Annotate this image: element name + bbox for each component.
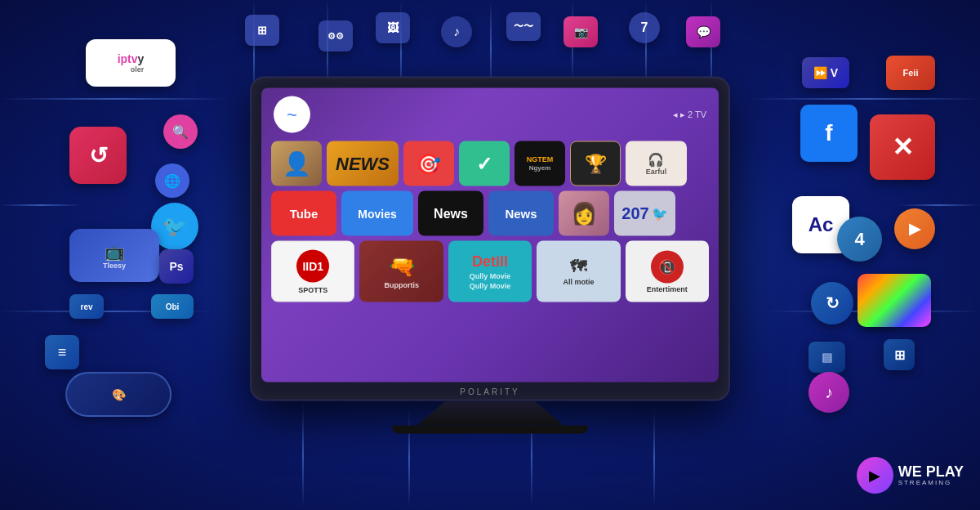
tv-screen: ~ ◂ ▸ 2 TV 👤 NEWS 🎯 (261, 88, 719, 382)
tv-stand (416, 401, 564, 426)
rotation-icon-right: ↻ (811, 282, 853, 324)
settings-top-icon: ⚙⚙ (318, 20, 353, 51)
facebook-icon-right: f (800, 105, 858, 162)
num7-top-icon: 7 (629, 12, 660, 43)
app-row-3: IID1 SPOTTS 🔫 Bupportis Detill Qully Mov… (271, 241, 709, 302)
tile-news-black[interactable]: News (418, 191, 483, 236)
tile-movies[interactable]: Movies (341, 191, 413, 236)
app-grid: 👤 NEWS 🎯 ✓ NGTEM Ngyem (261, 137, 719, 309)
waves-top-icon: 〜〜 (506, 12, 541, 41)
tile-entertiment[interactable]: 📵 Entertiment (626, 241, 709, 302)
tile-spotts[interactable]: IID1 SPOTTS (271, 241, 354, 302)
tile-allmotie[interactable]: 🗺 All motie (537, 241, 620, 302)
tile-person2[interactable]: 👩 (559, 191, 609, 236)
reload-icon-left: ↺ (69, 127, 127, 184)
globe-icon-left: 🌐 (155, 163, 189, 198)
play-circle-right: ▶ (894, 208, 935, 249)
spotts-icon: IID1 (296, 249, 329, 282)
tile-bupportis[interactable]: 🔫 Bupportis (359, 241, 443, 302)
tv-base (392, 426, 588, 434)
tile-earful[interactable]: 🎧 Earful (626, 141, 687, 186)
left-floating-area: iptvy oler 🔍 🌐 ↺ 🐦 📺 Tleesy Ps rev Obi ≡… (0, 0, 220, 510)
search-icon-left: 🔍 (163, 114, 198, 149)
tile-207[interactable]: 207 🐦 (614, 191, 675, 236)
weplay-logo: ▶ WE PLAY STREAMING (857, 457, 964, 494)
ticket-icon-right: ▤ (808, 342, 845, 373)
chat-top-icon: 💬 (686, 16, 720, 47)
screen-status: ◂ ▸ 2 TV (673, 110, 706, 120)
forward-icon-right: ⏩ V (802, 57, 849, 88)
app-row-1: 👤 NEWS 🎯 ✓ NGTEM Ngyem (271, 141, 709, 186)
grid-top-icon: ⊞ (245, 15, 279, 46)
right-floating-area: f ✕ ⏩ V Feii Ac ▶ 4 ↻ ⚙ ⊞ ▤ ♪ (768, 0, 980, 510)
ps-icon-left: Ps (159, 249, 194, 284)
photo-top-icon: 🖼 (376, 12, 410, 43)
tv-display: ~ ◂ ▸ 2 TV 👤 NEWS 🎯 (250, 77, 730, 434)
tile-person1[interactable]: 👤 (271, 141, 322, 186)
tv-icon-left: 📺 Tleesy (69, 229, 159, 282)
app-row-2: Tube Movies News News 👩 (271, 191, 709, 236)
tile-news-blue[interactable]: News (488, 191, 554, 236)
tile-wreath[interactable]: 🏆 (570, 141, 621, 186)
tv-outer: ~ ◂ ▸ 2 TV 👤 NEWS 🎯 (250, 77, 730, 401)
screen-logo: ~ (274, 96, 310, 133)
obi-icon-left: Obi (151, 294, 194, 319)
camera-top-icon: 📷 (564, 16, 598, 47)
tile-tube[interactable]: Tube (271, 191, 336, 236)
close-icon-right: ✕ (870, 114, 935, 180)
weplay-icon: ▶ (857, 457, 893, 494)
iptv-logo: iptvy oler (86, 39, 176, 87)
tile-ngtem[interactable]: NGTEM Ngyem (514, 141, 565, 186)
list-icon-left: ≡ (45, 335, 79, 369)
tile-news-big[interactable]: NEWS (327, 141, 399, 186)
tile-detill[interactable]: Detill Qully Movie Qully Movie (448, 241, 532, 302)
rev-icon-left: rev (69, 294, 104, 319)
music-top-icon: ♪ (441, 16, 472, 47)
music-icon-right: ♪ (808, 372, 849, 413)
feii-icon-right: Feii (886, 56, 935, 90)
rainbow-icon-right (858, 274, 931, 327)
tv-brand-label: POLARITY (261, 382, 719, 400)
grid-icon-right: ⊞ (884, 339, 915, 370)
screen-header: ~ ◂ ▸ 2 TV (261, 88, 719, 137)
num4-icon-right: 4 (837, 217, 882, 262)
bottle-decoration: 🎨 (65, 372, 172, 417)
tile-lifesaver[interactable]: 🎯 (403, 141, 454, 186)
tile-check[interactable]: ✓ (459, 141, 510, 186)
weplay-text: WE PLAY STREAMING (898, 464, 964, 486)
